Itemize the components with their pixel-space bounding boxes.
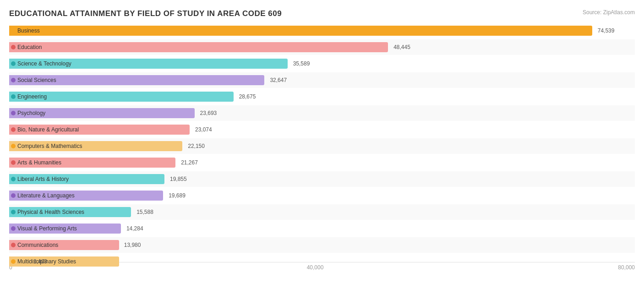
bar-label: Engineering <box>11 93 47 100</box>
bar-label-text: Liberal Arts & History <box>17 176 69 182</box>
bar-value-label: 13,980 <box>124 242 141 248</box>
bar-fill: Psychology <box>9 108 195 118</box>
bar-fill: Arts & Humanities <box>9 158 175 168</box>
bar-dot-icon <box>11 61 16 66</box>
bar-fill: Liberal Arts & History <box>9 174 164 184</box>
bar-label: Arts & Humanities <box>11 159 61 166</box>
bar-value-label: 48,445 <box>393 44 410 50</box>
bar-row: Communications13,980 <box>9 237 635 253</box>
bar-label-text: Communications <box>17 242 58 248</box>
bar-label: Literature & Languages <box>11 192 75 199</box>
bar-fill: Bio, Nature & Agricultural <box>9 125 190 135</box>
bar-track: Business74,539 <box>9 23 635 38</box>
bar-fill: Communications <box>9 240 119 250</box>
bar-value-label: 21,267 <box>181 159 198 166</box>
bar-label: Multidisciplinary Studies <box>11 258 76 265</box>
bar-dot-icon <box>11 28 16 33</box>
bar-row: Physical & Health Sciences15,588 <box>9 204 635 220</box>
bar-label-text: Business <box>17 27 40 34</box>
bars-area: Business74,539Education48,445Science & T… <box>9 23 635 261</box>
bar-label: Psychology <box>11 110 45 116</box>
bar-track: Communications13,980 <box>9 237 635 253</box>
bar-dot-icon <box>11 127 16 132</box>
bar-track: Liberal Arts & History19,855 <box>9 171 635 187</box>
bar-fill: Computers & Mathematics <box>9 141 182 151</box>
bar-label: Liberal Arts & History <box>11 176 69 182</box>
bar-fill: Science & Technology <box>9 59 288 69</box>
bar-row: Arts & Humanities21,267 <box>9 155 635 170</box>
bar-dot-icon <box>11 78 16 82</box>
bar-value-label: 14,284 <box>126 225 143 232</box>
bar-value-label: 22,150 <box>188 143 205 149</box>
bar-value-label: 15,588 <box>136 209 153 215</box>
bar-label: Communications <box>11 242 58 248</box>
bar-row: Engineering28,675 <box>9 89 635 104</box>
bar-label-text: Multidisciplinary Studies <box>17 258 76 265</box>
bar-track: Multidisciplinary Studies2,403 <box>9 254 635 269</box>
bar-dot-icon <box>11 160 16 165</box>
bar-row: Education48,445 <box>9 39 635 55</box>
bar-dot-icon <box>11 226 16 231</box>
bar-track: Computers & Mathematics22,150 <box>9 138 635 154</box>
bar-dot-icon <box>11 177 16 181</box>
bar-fill: Physical & Health Sciences <box>9 207 131 217</box>
bar-fill: Multidisciplinary Studies <box>9 256 119 267</box>
chart-source: Source: ZipAtlas.com <box>583 9 635 16</box>
bar-label-text: Physical & Health Sciences <box>17 209 84 215</box>
bar-row: Business74,539 <box>9 23 635 38</box>
bar-track: Visual & Performing Arts14,284 <box>9 221 635 236</box>
bar-label: Computers & Mathematics <box>11 143 82 149</box>
bar-row: Science & Technology35,589 <box>9 56 635 71</box>
bar-row: Literature & Languages19,689 <box>9 188 635 203</box>
bar-label: Social Sciences <box>11 77 56 83</box>
bar-label: Bio, Nature & Agricultural <box>11 126 79 133</box>
bar-value-label: 19,689 <box>169 192 186 199</box>
bar-track: Science & Technology35,589 <box>9 56 635 71</box>
bar-label-text: Arts & Humanities <box>17 159 61 166</box>
bar-fill: Engineering <box>9 92 234 102</box>
bar-value-label: 23,693 <box>200 110 217 116</box>
bar-dot-icon <box>11 259 16 264</box>
bar-value-label: 28,675 <box>239 93 256 100</box>
bar-value-label: 35,589 <box>293 60 310 67</box>
bar-track: Physical & Health Sciences15,588 <box>9 204 635 220</box>
bar-dot-icon <box>11 45 16 49</box>
bar-fill: Visual & Performing Arts <box>9 224 121 234</box>
bar-label-text: Computers & Mathematics <box>17 143 82 149</box>
bar-dot-icon <box>11 243 16 247</box>
bar-track: Engineering28,675 <box>9 89 635 104</box>
bar-label: Science & Technology <box>11 60 71 67</box>
bar-dot-icon <box>11 210 16 214</box>
bar-dot-icon <box>11 111 16 115</box>
bar-label: Visual & Performing Arts <box>11 225 77 232</box>
bar-row: Multidisciplinary Studies2,403 <box>9 254 635 269</box>
bar-value-label: 19,855 <box>170 176 187 182</box>
bar-fill: Education <box>9 42 388 52</box>
bar-label: Business <box>11 27 40 34</box>
chart-title: EDUCATIONAL ATTAINMENT BY FIELD OF STUDY… <box>9 9 635 18</box>
bar-label-text: Social Sciences <box>17 77 56 83</box>
bar-row: Liberal Arts & History19,855 <box>9 171 635 187</box>
bar-value-label: 32,647 <box>270 77 287 83</box>
bar-value-label: 74,539 <box>598 27 615 34</box>
bar-row: Computers & Mathematics22,150 <box>9 138 635 154</box>
bar-track: Literature & Languages19,689 <box>9 188 635 203</box>
bar-row: Visual & Performing Arts14,284 <box>9 221 635 236</box>
bar-dot-icon <box>11 144 16 148</box>
bar-label: Education <box>11 44 42 50</box>
bar-value-label: 23,074 <box>195 126 212 133</box>
bar-label-text: Engineering <box>17 93 47 100</box>
bar-track: Social Sciences32,647 <box>9 72 635 88</box>
bar-row: Social Sciences32,647 <box>9 72 635 88</box>
bar-dot-icon <box>11 94 16 99</box>
bar-row: Bio, Nature & Agricultural23,074 <box>9 122 635 137</box>
bar-row: Psychology23,693 <box>9 105 635 121</box>
bar-label-text: Education <box>17 44 42 50</box>
bar-fill: Business <box>9 26 592 36</box>
chart-container: EDUCATIONAL ATTAINMENT BY FIELD OF STUDY… <box>0 0 644 289</box>
bar-label-text: Psychology <box>17 110 45 116</box>
bar-label: Physical & Health Sciences <box>11 209 84 215</box>
bar-fill: Social Sciences <box>9 75 264 85</box>
bar-fill: Literature & Languages <box>9 191 163 201</box>
bar-label-text: Science & Technology <box>17 60 71 67</box>
